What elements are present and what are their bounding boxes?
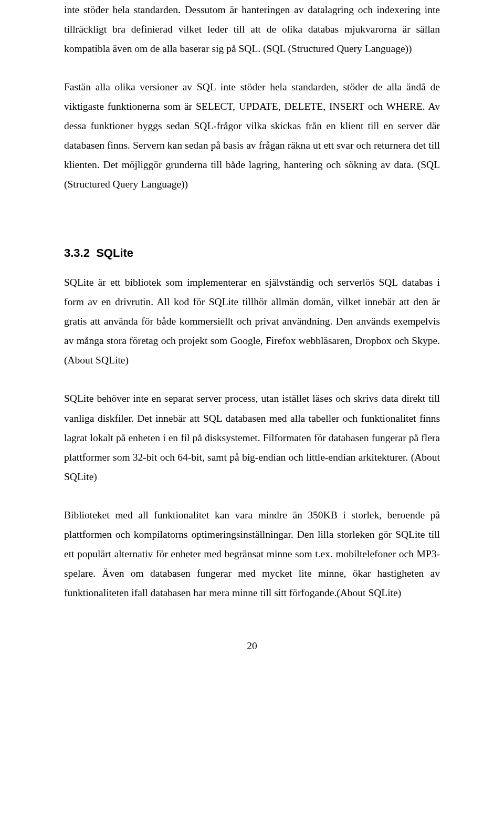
body-paragraph: inte stöder hela standarden. Dessutom är… (64, 0, 440, 58)
body-paragraph: SQLite är ett bibliotek som implementera… (64, 273, 440, 370)
page-number: 20 (64, 636, 440, 655)
section-number: 3.3.2 (64, 246, 90, 259)
body-paragraph: SQLite behöver inte en separat server pr… (64, 389, 440, 486)
body-paragraph: Biblioteket med all funktionalitet kan v… (64, 505, 440, 602)
section-heading: 3.3.2 SQLite (64, 242, 440, 264)
section-title: SQLite (96, 246, 133, 259)
document-page: inte stöder hela standarden. Dessutom är… (0, 0, 504, 822)
body-paragraph: Fastän alla olika versioner av SQL inte … (64, 77, 440, 194)
